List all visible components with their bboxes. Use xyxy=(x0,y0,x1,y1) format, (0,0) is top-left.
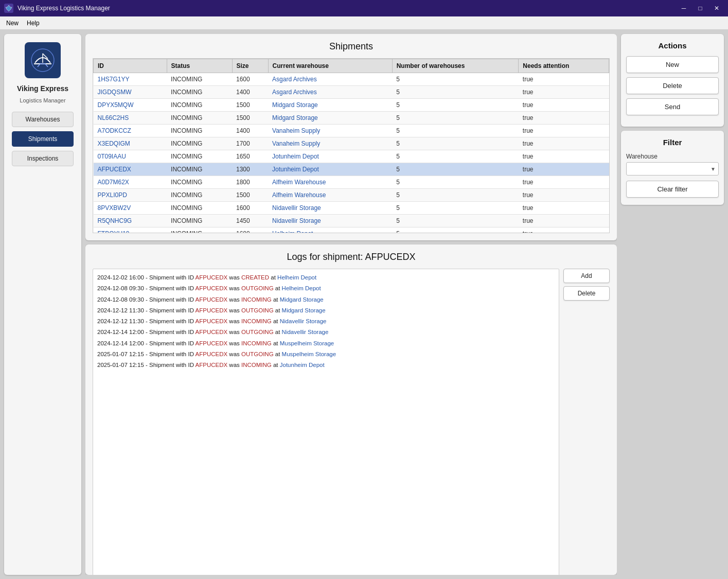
log-location: Nidavellir Storage xyxy=(280,318,327,324)
log-location: Jotunheim Depot xyxy=(280,362,325,368)
logs-body: 2024-12-02 16:00 - Shipment with ID AFPU… xyxy=(93,269,610,575)
cell-needs-attention: true xyxy=(519,215,609,227)
cell-id: DPYX5MQW xyxy=(94,99,167,112)
cell-id: 8PVXBW2V xyxy=(94,202,167,215)
cell-needs-attention: true xyxy=(519,202,609,215)
table-row[interactable]: 8PVXBW2V INCOMING 1600 Nidavellir Storag… xyxy=(94,202,609,215)
col-needs-attention: Needs attention xyxy=(519,59,609,73)
log-id: AFPUCEDX xyxy=(196,285,228,291)
col-status: Status xyxy=(167,59,232,73)
action-delete-button[interactable]: Delete xyxy=(626,77,719,94)
cell-needs-attention: true xyxy=(519,189,609,202)
log-action: OUTGOING xyxy=(241,285,274,291)
cell-warehouse: Nidavellir Storage xyxy=(268,215,392,227)
logs-title: Logs for shipment: AFPUCEDX xyxy=(93,252,610,262)
log-entry: 2024-12-08 09:30 - Shipment with ID AFPU… xyxy=(97,294,555,305)
log-action: CREATED xyxy=(241,274,269,280)
table-header-row: ID Status Size Current warehouse Number … xyxy=(94,59,609,73)
shipments-panel: Shipments ID Status Size Current warehou… xyxy=(85,34,617,240)
cell-id: 1HS7G1YY xyxy=(94,73,167,86)
cell-num-warehouses: 5 xyxy=(392,99,519,112)
cell-needs-attention: true xyxy=(519,99,609,112)
table-row[interactable]: 0T09IAAU INCOMING 1650 Jotunheim Depot 5… xyxy=(94,150,609,163)
cell-size: 1500 xyxy=(232,189,268,202)
shipments-table-wrapper[interactable]: ID Status Size Current warehouse Number … xyxy=(93,58,610,233)
maximize-button[interactable]: □ xyxy=(693,3,707,13)
app-subtitle: Logistics Manager xyxy=(20,97,65,103)
table-row[interactable]: PPXLI0PD INCOMING 1500 Alfheim Warehouse… xyxy=(94,189,609,202)
cell-size: 1450 xyxy=(232,215,268,227)
cell-num-warehouses: 5 xyxy=(392,189,519,202)
col-warehouse: Current warehouse xyxy=(268,59,392,73)
cell-id: R5QNHC9G xyxy=(94,215,167,227)
log-entry: 2024-12-02 16:00 - Shipment with ID AFPU… xyxy=(97,272,555,283)
logs-content[interactable]: 2024-12-02 16:00 - Shipment with ID AFPU… xyxy=(93,269,559,575)
table-row[interactable]: A0D7M62X INCOMING 1800 Alfheim Warehouse… xyxy=(94,176,609,189)
window-title: Viking Express Logistics Manager xyxy=(17,5,677,12)
minimize-button[interactable]: ─ xyxy=(677,3,691,13)
logs-actions: Add Delete xyxy=(563,269,610,575)
cell-size: 1300 xyxy=(232,163,268,176)
cell-id: 0T09IAAU xyxy=(94,150,167,163)
table-row[interactable]: NL66C2HS INCOMING 1500 Midgard Storage 5… xyxy=(94,112,609,125)
cell-status: INCOMING xyxy=(167,99,232,112)
cell-warehouse: Vanaheim Supply xyxy=(268,137,392,150)
close-button[interactable]: ✕ xyxy=(709,3,724,13)
table-row[interactable]: X3EDQIGM INCOMING 1700 Vanaheim Supply 5… xyxy=(94,137,609,150)
log-entry: 2024-12-12 11:30 - Shipment with ID AFPU… xyxy=(97,305,555,316)
cell-id: JIGDQSMW xyxy=(94,86,167,99)
cell-size: 1600 xyxy=(232,227,268,234)
log-entry: 2025-01-07 12:15 - Shipment with ID AFPU… xyxy=(97,349,555,360)
cell-needs-attention: true xyxy=(519,125,609,137)
app-name: Viking Express xyxy=(17,84,68,93)
action-new-button[interactable]: New xyxy=(626,56,719,73)
logs-delete-button[interactable]: Delete xyxy=(563,286,610,301)
log-action: INCOMING xyxy=(241,296,272,303)
log-action: OUTGOING xyxy=(241,307,274,313)
table-row[interactable]: AFPUCEDX INCOMING 1300 Jotunheim Depot 5… xyxy=(94,163,609,176)
cell-status: INCOMING xyxy=(167,227,232,234)
log-entry: 2025-01-07 12:15 - Shipment with ID AFPU… xyxy=(97,360,555,371)
main-content: Shipments ID Status Size Current warehou… xyxy=(85,34,617,575)
table-row[interactable]: FTBOYU19 INCOMING 1600 Helheim Depot 5 t… xyxy=(94,227,609,234)
table-row[interactable]: 1HS7G1YY INCOMING 1600 Asgard Archives 5… xyxy=(94,73,609,86)
actions-panel: Actions New Delete Send xyxy=(621,34,724,127)
cell-needs-attention: true xyxy=(519,227,609,234)
table-row[interactable]: A7ODKCCZ INCOMING 1400 Vanaheim Supply 5… xyxy=(94,125,609,137)
app-body: Viking Express Logistics Manager Warehou… xyxy=(0,30,728,579)
table-row[interactable]: JIGDQSMW INCOMING 1400 Asgard Archives 5… xyxy=(94,86,609,99)
log-location: Muspelheim Storage xyxy=(280,340,334,346)
menu-new[interactable]: New xyxy=(2,19,23,28)
log-id: AFPUCEDX xyxy=(196,274,228,280)
action-send-button[interactable]: Send xyxy=(626,98,719,115)
cell-num-warehouses: 5 xyxy=(392,73,519,86)
nav-warehouses[interactable]: Warehouses xyxy=(12,112,74,127)
cell-id: FTBOYU19 xyxy=(94,227,167,234)
cell-size: 1700 xyxy=(232,137,268,150)
log-location: Muspelheim Storage xyxy=(282,351,336,357)
table-row[interactable]: DPYX5MQW INCOMING 1500 Midgard Storage 5… xyxy=(94,99,609,112)
log-action: INCOMING xyxy=(241,362,272,368)
cell-status: INCOMING xyxy=(167,189,232,202)
col-size: Size xyxy=(232,59,268,73)
filter-panel: Filter Warehouse Asgard ArchivesMidgard … xyxy=(621,131,724,205)
table-row[interactable]: R5QNHC9G INCOMING 1450 Nidavellir Storag… xyxy=(94,215,609,227)
cell-size: 1650 xyxy=(232,150,268,163)
warehouse-filter-select[interactable]: Asgard ArchivesMidgard StorageVanaheim S… xyxy=(626,162,719,176)
log-location: Midgard Storage xyxy=(280,296,324,303)
logo-box xyxy=(25,42,61,78)
cell-warehouse: Alfheim Warehouse xyxy=(268,176,392,189)
log-action: INCOMING xyxy=(241,318,272,324)
log-id: AFPUCEDX xyxy=(196,307,228,313)
menu-help[interactable]: Help xyxy=(23,19,44,28)
log-action: INCOMING xyxy=(241,340,272,346)
cell-size: 1400 xyxy=(232,125,268,137)
cell-warehouse: Asgard Archives xyxy=(268,73,392,86)
nav-inspections[interactable]: Inspections xyxy=(12,151,74,166)
nav-shipments[interactable]: Shipments xyxy=(12,131,74,147)
col-num-warehouses: Number of warehouses xyxy=(392,59,519,73)
cell-warehouse: Alfheim Warehouse xyxy=(268,189,392,202)
clear-filter-button[interactable]: Clear filter xyxy=(626,181,719,198)
logs-add-button[interactable]: Add xyxy=(563,269,610,283)
cell-status: INCOMING xyxy=(167,215,232,227)
